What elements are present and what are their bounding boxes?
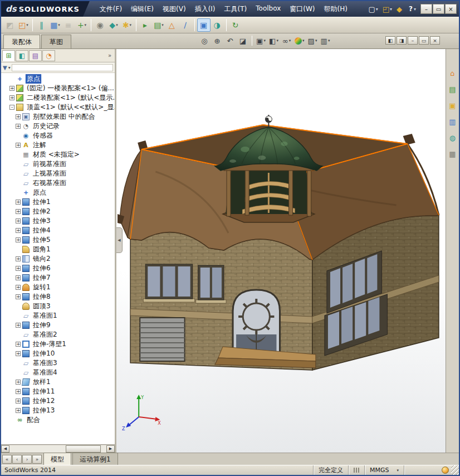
- menu-file[interactable]: 文件(F): [95, 2, 126, 16]
- tree-item[interactable]: + 拉伸13: [1, 406, 115, 415]
- zoom-to-area-button[interactable]: ⊕: [211, 35, 224, 47]
- instant3d-button[interactable]: ▣: [197, 18, 211, 32]
- tree-item[interactable]: + 拉伸7: [1, 273, 115, 283]
- tab-scroll-first-button[interactable]: «: [2, 455, 12, 464]
- apply-scene-button[interactable]: ▨▾: [306, 35, 319, 47]
- tree-item[interactable]: 配合: [1, 415, 115, 425]
- tree-expander[interactable]: +: [16, 143, 21, 148]
- open-document-button[interactable]: ◰▾: [380, 4, 394, 14]
- tree-expander[interactable]: +: [16, 209, 21, 214]
- file-explorer-icon[interactable]: ▣: [447, 100, 458, 111]
- insert-components-button[interactable]: ◰▾: [17, 18, 30, 32]
- propertymanager-tab[interactable]: ◧: [16, 50, 28, 61]
- menu-help[interactable]: 帮助(H): [319, 2, 351, 16]
- tree-expander[interactable]: +: [9, 95, 14, 100]
- design-library-icon[interactable]: ▤: [447, 84, 458, 95]
- reference-geometry-button[interactable]: ✱▾: [120, 18, 134, 32]
- exploded-view-button[interactable]: △: [165, 18, 179, 32]
- tree-item[interactable]: 圆顶3: [1, 302, 115, 311]
- smart-fasteners-button[interactable]: ≡: [62, 18, 75, 32]
- tab-model[interactable]: 模型: [43, 453, 71, 466]
- tree-expander[interactable]: +: [16, 124, 21, 129]
- tree-item[interactable]: + 拉伸8: [1, 292, 115, 302]
- motion-study-button[interactable]: ▸: [139, 18, 152, 32]
- tab-assembly[interactable]: 装配体: [3, 35, 40, 48]
- scrollbar-track[interactable]: [9, 445, 106, 453]
- resize-grip[interactable]: [451, 465, 459, 475]
- tree-item[interactable]: + 拉伸9: [1, 320, 115, 330]
- tree-item[interactable]: - 顶盖<1> (默认<<默认>_显...: [1, 103, 115, 112]
- scroll-right-button[interactable]: ▶: [106, 445, 115, 453]
- tree-item[interactable]: 传感器: [1, 131, 115, 140]
- tree-item[interactable]: 基准面1: [1, 311, 115, 320]
- tree-item[interactable]: + 旋转1: [1, 283, 115, 292]
- tree-item[interactable]: 基准面4: [1, 368, 115, 377]
- tree-item[interactable]: + 历史记录: [1, 122, 115, 131]
- tree-expander[interactable]: +: [9, 86, 14, 91]
- move-component-button[interactable]: +▾: [75, 18, 89, 32]
- scrollbar-thumb[interactable]: [66, 445, 101, 453]
- rebuild-button[interactable]: ↻: [229, 18, 242, 32]
- bom-button[interactable]: ▤▾: [152, 18, 165, 32]
- scroll-left-button[interactable]: ◀: [1, 445, 9, 453]
- tree-item[interactable]: + (固定) 一楼装配案<1> (偏...: [1, 84, 115, 93]
- assembly-features-button[interactable]: ◆▾: [107, 18, 120, 32]
- tree-expander[interactable]: +: [16, 294, 21, 299]
- tab-scroll-prev-button[interactable]: ‹: [12, 455, 22, 464]
- menu-insert[interactable]: 插入(I): [190, 2, 220, 16]
- edit-appearance-button[interactable]: ●▾: [293, 35, 306, 47]
- tree-item[interactable]: + 镜向2: [1, 254, 115, 264]
- tree-expander[interactable]: +: [16, 323, 21, 328]
- tree-expander[interactable]: +: [16, 380, 21, 385]
- explode-line-sketch-button[interactable]: ∕: [179, 18, 192, 32]
- doc-close-button[interactable]: ×: [430, 36, 440, 45]
- previous-view-button[interactable]: ↶: [224, 35, 237, 47]
- tree-expander[interactable]: +: [16, 389, 21, 394]
- tab-scroll-next-button[interactable]: ›: [22, 455, 32, 464]
- panel-overflow-button[interactable]: »: [106, 52, 114, 59]
- tree-expander[interactable]: +: [16, 408, 21, 413]
- section-view-button[interactable]: ◪: [237, 35, 249, 47]
- toolbox-button[interactable]: ◆: [394, 4, 405, 14]
- view-orientation-button[interactable]: ▣▾: [255, 35, 267, 47]
- graphics-viewport[interactable]: Y X Z ◀: [116, 49, 446, 453]
- tree-item[interactable]: + 拉伸10: [1, 349, 115, 358]
- displaymanager-tab[interactable]: ◔: [42, 50, 55, 61]
- new-document-button[interactable]: ▢▾: [366, 4, 380, 14]
- tree-expander[interactable]: +: [16, 218, 21, 224]
- menu-view[interactable]: 视图(V): [158, 2, 190, 16]
- tree-expander[interactable]: +: [16, 266, 21, 271]
- tree-item[interactable]: + 拉伸3: [1, 216, 115, 226]
- tree-item[interactable]: + 拉伸12: [1, 396, 115, 406]
- featuremanager-tab[interactable]: ⊞: [2, 50, 15, 61]
- pane-right-button[interactable]: ◨: [397, 36, 407, 45]
- tree-item[interactable]: 原点: [1, 188, 115, 197]
- tree-item[interactable]: 原点: [1, 74, 115, 84]
- tree-item[interactable]: + 二楼装配案<1> (默认<显示...: [1, 93, 115, 103]
- tree-item[interactable]: + 拉伸2: [1, 207, 115, 216]
- tree-item[interactable]: 上视基准面: [1, 169, 115, 178]
- tree-item[interactable]: 圆角1: [1, 245, 115, 254]
- tree-item[interactable]: + 拉伸1: [1, 197, 115, 207]
- tree-expander[interactable]: +: [16, 114, 21, 119]
- maximize-button[interactable]: ▭: [433, 4, 444, 14]
- quick-tip-icon[interactable]: [442, 467, 449, 474]
- tree-expander[interactable]: +: [16, 256, 21, 261]
- interference-detection-button[interactable]: ◑: [211, 18, 224, 32]
- show-hidden-components-button[interactable]: ◉: [94, 18, 107, 32]
- doc-minimize-button[interactable]: –: [408, 36, 418, 45]
- filter-dropdown-arrow[interactable]: ▾: [8, 65, 11, 70]
- tree-item[interactable]: + 拉伸11: [1, 387, 115, 396]
- minimize-button[interactable]: –: [420, 4, 432, 14]
- tree-item[interactable]: + 注解: [1, 140, 115, 150]
- help-button[interactable]: ? ▾: [407, 5, 418, 13]
- tree-item[interactable]: + 拉伸6: [1, 264, 115, 273]
- linear-pattern-button[interactable]: ▦▾: [48, 18, 62, 32]
- tab-motion-study[interactable]: 运动算例1: [72, 453, 118, 466]
- solidworks-resources-icon[interactable]: ⌂: [447, 68, 458, 79]
- close-button[interactable]: ×: [445, 4, 457, 14]
- tree-item[interactable]: 基准面3: [1, 358, 115, 368]
- mate-button[interactable]: ∥: [35, 18, 48, 32]
- tree-expander[interactable]: -: [9, 105, 14, 110]
- appearances-scenes-icon[interactable]: ◍: [447, 133, 458, 143]
